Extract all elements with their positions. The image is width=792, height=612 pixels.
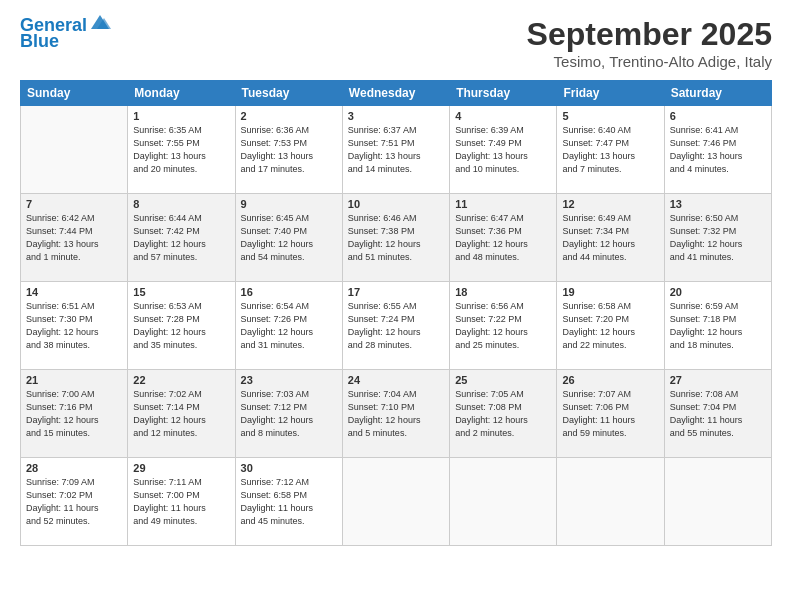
day-number: 30	[241, 462, 337, 474]
week-row-0: 1Sunrise: 6:35 AMSunset: 7:55 PMDaylight…	[21, 106, 772, 194]
day-number: 5	[562, 110, 658, 122]
day-info: Sunrise: 6:45 AMSunset: 7:40 PMDaylight:…	[241, 212, 337, 264]
day-number: 27	[670, 374, 766, 386]
day-number: 20	[670, 286, 766, 298]
col-sunday: Sunday	[21, 81, 128, 106]
logo: General Blue	[20, 16, 111, 52]
table-row	[557, 458, 664, 546]
table-row: 5Sunrise: 6:40 AMSunset: 7:47 PMDaylight…	[557, 106, 664, 194]
month-title: September 2025	[527, 16, 772, 53]
day-info: Sunrise: 6:59 AMSunset: 7:18 PMDaylight:…	[670, 300, 766, 352]
day-number: 7	[26, 198, 122, 210]
table-row	[342, 458, 449, 546]
day-number: 23	[241, 374, 337, 386]
day-info: Sunrise: 7:05 AMSunset: 7:08 PMDaylight:…	[455, 388, 551, 440]
logo-icon	[89, 13, 111, 31]
table-row: 20Sunrise: 6:59 AMSunset: 7:18 PMDayligh…	[664, 282, 771, 370]
week-row-3: 21Sunrise: 7:00 AMSunset: 7:16 PMDayligh…	[21, 370, 772, 458]
day-info: Sunrise: 6:47 AMSunset: 7:36 PMDaylight:…	[455, 212, 551, 264]
header: General Blue September 2025 Tesimo, Tren…	[20, 16, 772, 70]
day-number: 15	[133, 286, 229, 298]
day-number: 25	[455, 374, 551, 386]
day-info: Sunrise: 6:49 AMSunset: 7:34 PMDaylight:…	[562, 212, 658, 264]
table-row: 9Sunrise: 6:45 AMSunset: 7:40 PMDaylight…	[235, 194, 342, 282]
table-row: 18Sunrise: 6:56 AMSunset: 7:22 PMDayligh…	[450, 282, 557, 370]
table-row	[664, 458, 771, 546]
table-row: 8Sunrise: 6:44 AMSunset: 7:42 PMDaylight…	[128, 194, 235, 282]
day-info: Sunrise: 7:11 AMSunset: 7:00 PMDaylight:…	[133, 476, 229, 528]
day-number: 22	[133, 374, 229, 386]
day-number: 6	[670, 110, 766, 122]
day-info: Sunrise: 6:54 AMSunset: 7:26 PMDaylight:…	[241, 300, 337, 352]
day-number: 28	[26, 462, 122, 474]
day-number: 13	[670, 198, 766, 210]
day-info: Sunrise: 6:53 AMSunset: 7:28 PMDaylight:…	[133, 300, 229, 352]
table-row: 30Sunrise: 7:12 AMSunset: 6:58 PMDayligh…	[235, 458, 342, 546]
table-row: 16Sunrise: 6:54 AMSunset: 7:26 PMDayligh…	[235, 282, 342, 370]
table-row: 13Sunrise: 6:50 AMSunset: 7:32 PMDayligh…	[664, 194, 771, 282]
day-number: 17	[348, 286, 444, 298]
table-row: 11Sunrise: 6:47 AMSunset: 7:36 PMDayligh…	[450, 194, 557, 282]
day-number: 14	[26, 286, 122, 298]
day-number: 11	[455, 198, 551, 210]
table-row: 6Sunrise: 6:41 AMSunset: 7:46 PMDaylight…	[664, 106, 771, 194]
col-wednesday: Wednesday	[342, 81, 449, 106]
table-row: 21Sunrise: 7:00 AMSunset: 7:16 PMDayligh…	[21, 370, 128, 458]
title-area: September 2025 Tesimo, Trentino-Alto Adi…	[527, 16, 772, 70]
table-row: 10Sunrise: 6:46 AMSunset: 7:38 PMDayligh…	[342, 194, 449, 282]
day-info: Sunrise: 7:00 AMSunset: 7:16 PMDaylight:…	[26, 388, 122, 440]
day-number: 24	[348, 374, 444, 386]
table-row	[21, 106, 128, 194]
day-info: Sunrise: 7:12 AMSunset: 6:58 PMDaylight:…	[241, 476, 337, 528]
day-number: 3	[348, 110, 444, 122]
table-row: 12Sunrise: 6:49 AMSunset: 7:34 PMDayligh…	[557, 194, 664, 282]
day-info: Sunrise: 6:58 AMSunset: 7:20 PMDaylight:…	[562, 300, 658, 352]
day-info: Sunrise: 6:35 AMSunset: 7:55 PMDaylight:…	[133, 124, 229, 176]
table-row: 26Sunrise: 7:07 AMSunset: 7:06 PMDayligh…	[557, 370, 664, 458]
day-number: 21	[26, 374, 122, 386]
day-info: Sunrise: 6:37 AMSunset: 7:51 PMDaylight:…	[348, 124, 444, 176]
table-row: 24Sunrise: 7:04 AMSunset: 7:10 PMDayligh…	[342, 370, 449, 458]
table-row	[450, 458, 557, 546]
day-number: 9	[241, 198, 337, 210]
col-tuesday: Tuesday	[235, 81, 342, 106]
table-row: 15Sunrise: 6:53 AMSunset: 7:28 PMDayligh…	[128, 282, 235, 370]
table-row: 7Sunrise: 6:42 AMSunset: 7:44 PMDaylight…	[21, 194, 128, 282]
day-number: 12	[562, 198, 658, 210]
table-row: 22Sunrise: 7:02 AMSunset: 7:14 PMDayligh…	[128, 370, 235, 458]
day-number: 29	[133, 462, 229, 474]
day-number: 8	[133, 198, 229, 210]
day-info: Sunrise: 7:03 AMSunset: 7:12 PMDaylight:…	[241, 388, 337, 440]
week-row-1: 7Sunrise: 6:42 AMSunset: 7:44 PMDaylight…	[21, 194, 772, 282]
day-info: Sunrise: 6:40 AMSunset: 7:47 PMDaylight:…	[562, 124, 658, 176]
col-friday: Friday	[557, 81, 664, 106]
week-row-4: 28Sunrise: 7:09 AMSunset: 7:02 PMDayligh…	[21, 458, 772, 546]
day-info: Sunrise: 6:51 AMSunset: 7:30 PMDaylight:…	[26, 300, 122, 352]
table-row: 23Sunrise: 7:03 AMSunset: 7:12 PMDayligh…	[235, 370, 342, 458]
day-info: Sunrise: 6:42 AMSunset: 7:44 PMDaylight:…	[26, 212, 122, 264]
day-info: Sunrise: 7:08 AMSunset: 7:04 PMDaylight:…	[670, 388, 766, 440]
table-row: 2Sunrise: 6:36 AMSunset: 7:53 PMDaylight…	[235, 106, 342, 194]
day-info: Sunrise: 6:44 AMSunset: 7:42 PMDaylight:…	[133, 212, 229, 264]
table-row: 25Sunrise: 7:05 AMSunset: 7:08 PMDayligh…	[450, 370, 557, 458]
day-info: Sunrise: 7:07 AMSunset: 7:06 PMDaylight:…	[562, 388, 658, 440]
day-number: 26	[562, 374, 658, 386]
day-info: Sunrise: 6:55 AMSunset: 7:24 PMDaylight:…	[348, 300, 444, 352]
day-number: 4	[455, 110, 551, 122]
day-number: 1	[133, 110, 229, 122]
table-row: 1Sunrise: 6:35 AMSunset: 7:55 PMDaylight…	[128, 106, 235, 194]
col-saturday: Saturday	[664, 81, 771, 106]
day-info: Sunrise: 6:41 AMSunset: 7:46 PMDaylight:…	[670, 124, 766, 176]
header-row: Sunday Monday Tuesday Wednesday Thursday…	[21, 81, 772, 106]
page: General Blue September 2025 Tesimo, Tren…	[0, 0, 792, 612]
day-info: Sunrise: 7:04 AMSunset: 7:10 PMDaylight:…	[348, 388, 444, 440]
day-info: Sunrise: 6:50 AMSunset: 7:32 PMDaylight:…	[670, 212, 766, 264]
table-row: 27Sunrise: 7:08 AMSunset: 7:04 PMDayligh…	[664, 370, 771, 458]
table-row: 3Sunrise: 6:37 AMSunset: 7:51 PMDaylight…	[342, 106, 449, 194]
day-info: Sunrise: 6:46 AMSunset: 7:38 PMDaylight:…	[348, 212, 444, 264]
day-info: Sunrise: 6:39 AMSunset: 7:49 PMDaylight:…	[455, 124, 551, 176]
day-number: 2	[241, 110, 337, 122]
day-info: Sunrise: 6:36 AMSunset: 7:53 PMDaylight:…	[241, 124, 337, 176]
col-thursday: Thursday	[450, 81, 557, 106]
table-row: 4Sunrise: 6:39 AMSunset: 7:49 PMDaylight…	[450, 106, 557, 194]
